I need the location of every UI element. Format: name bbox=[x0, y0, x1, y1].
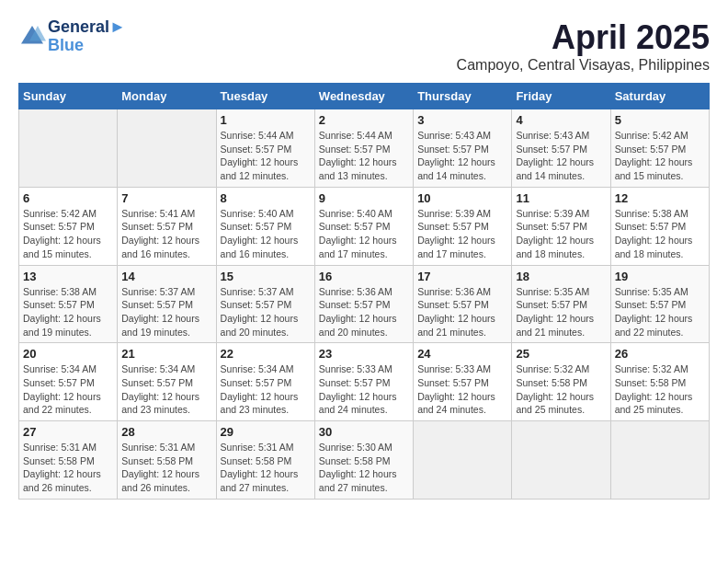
day-detail: Sunrise: 5:33 AM Sunset: 5:57 PM Dayligh… bbox=[417, 362, 507, 417]
calendar-cell: 29Sunrise: 5:31 AM Sunset: 5:58 PM Dayli… bbox=[216, 421, 314, 500]
calendar-cell: 28Sunrise: 5:31 AM Sunset: 5:58 PM Dayli… bbox=[118, 421, 216, 500]
day-detail: Sunrise: 5:33 AM Sunset: 5:57 PM Dayligh… bbox=[319, 362, 409, 417]
day-detail: Sunrise: 5:37 AM Sunset: 5:57 PM Dayligh… bbox=[221, 285, 311, 339]
day-detail: Sunrise: 5:37 AM Sunset: 5:57 PM Dayligh… bbox=[121, 285, 211, 339]
day-detail: Sunrise: 5:34 AM Sunset: 5:57 PM Dayligh… bbox=[221, 362, 311, 417]
day-number: 6 bbox=[23, 191, 113, 205]
day-number: 28 bbox=[121, 425, 211, 439]
calendar-cell: 25Sunrise: 5:32 AM Sunset: 5:58 PM Dayli… bbox=[512, 343, 610, 421]
calendar-cell: 11Sunrise: 5:39 AM Sunset: 5:57 PM Dayli… bbox=[512, 187, 610, 265]
calendar-cell: 27Sunrise: 5:31 AM Sunset: 5:58 PM Dayli… bbox=[19, 421, 118, 500]
day-number: 21 bbox=[121, 347, 211, 361]
calendar-cell: 7Sunrise: 5:41 AM Sunset: 5:57 PM Daylig… bbox=[118, 187, 216, 265]
day-number: 16 bbox=[319, 270, 409, 283]
day-detail: Sunrise: 5:32 AM Sunset: 5:58 PM Dayligh… bbox=[615, 362, 705, 417]
calendar-week-row: 1Sunrise: 5:44 AM Sunset: 5:57 PM Daylig… bbox=[19, 109, 710, 188]
day-detail: Sunrise: 5:43 AM Sunset: 5:57 PM Dayligh… bbox=[516, 129, 606, 183]
day-number: 25 bbox=[516, 347, 606, 361]
day-number: 15 bbox=[221, 270, 311, 283]
day-detail: Sunrise: 5:44 AM Sunset: 5:57 PM Dayligh… bbox=[221, 129, 311, 183]
weekday-header: Sunday bbox=[19, 84, 118, 109]
calendar-cell bbox=[118, 109, 216, 188]
weekday-header: Friday bbox=[512, 84, 610, 109]
logo-text: General► Blue bbox=[48, 18, 126, 55]
day-number: 14 bbox=[121, 270, 211, 283]
day-detail: Sunrise: 5:36 AM Sunset: 5:57 PM Dayligh… bbox=[417, 285, 507, 339]
day-detail: Sunrise: 5:31 AM Sunset: 5:58 PM Dayligh… bbox=[121, 441, 211, 495]
month-title: April 2025 bbox=[457, 18, 710, 57]
page-header: General► Blue April 2025 Campoyo, Centra… bbox=[18, 18, 710, 74]
calendar-cell: 12Sunrise: 5:38 AM Sunset: 5:57 PM Dayli… bbox=[610, 187, 709, 265]
day-detail: Sunrise: 5:42 AM Sunset: 5:57 PM Dayligh… bbox=[23, 207, 113, 261]
location-title: Campoyo, Central Visayas, Philippines bbox=[457, 57, 710, 74]
day-detail: Sunrise: 5:36 AM Sunset: 5:57 PM Dayligh… bbox=[319, 285, 409, 339]
day-detail: Sunrise: 5:42 AM Sunset: 5:57 PM Dayligh… bbox=[615, 129, 705, 183]
day-number: 17 bbox=[417, 270, 507, 283]
calendar-cell: 6Sunrise: 5:42 AM Sunset: 5:57 PM Daylig… bbox=[19, 187, 118, 265]
calendar-cell: 1Sunrise: 5:44 AM Sunset: 5:57 PM Daylig… bbox=[216, 109, 314, 188]
calendar-cell: 30Sunrise: 5:30 AM Sunset: 5:58 PM Dayli… bbox=[314, 421, 413, 500]
day-detail: Sunrise: 5:31 AM Sunset: 5:58 PM Dayligh… bbox=[23, 441, 113, 495]
day-number: 22 bbox=[221, 347, 311, 361]
calendar-cell: 24Sunrise: 5:33 AM Sunset: 5:57 PM Dayli… bbox=[414, 343, 512, 421]
calendar-week-row: 20Sunrise: 5:34 AM Sunset: 5:57 PM Dayli… bbox=[19, 343, 710, 421]
day-number: 8 bbox=[221, 191, 311, 205]
day-number: 11 bbox=[516, 191, 606, 205]
logo: General► Blue bbox=[18, 18, 126, 55]
day-number: 7 bbox=[121, 191, 211, 205]
calendar-cell bbox=[19, 109, 118, 188]
calendar-cell: 22Sunrise: 5:34 AM Sunset: 5:57 PM Dayli… bbox=[216, 343, 314, 421]
logo-icon bbox=[18, 23, 46, 51]
weekday-header: Monday bbox=[118, 84, 216, 109]
calendar-cell: 17Sunrise: 5:36 AM Sunset: 5:57 PM Dayli… bbox=[414, 265, 512, 343]
day-number: 12 bbox=[615, 191, 705, 205]
day-number: 2 bbox=[319, 113, 409, 127]
calendar-cell: 21Sunrise: 5:34 AM Sunset: 5:57 PM Dayli… bbox=[118, 343, 216, 421]
calendar-cell bbox=[512, 421, 610, 500]
day-detail: Sunrise: 5:40 AM Sunset: 5:57 PM Dayligh… bbox=[319, 207, 409, 261]
day-number: 26 bbox=[615, 347, 705, 361]
day-detail: Sunrise: 5:39 AM Sunset: 5:57 PM Dayligh… bbox=[417, 207, 507, 261]
calendar-cell: 23Sunrise: 5:33 AM Sunset: 5:57 PM Dayli… bbox=[314, 343, 413, 421]
day-detail: Sunrise: 5:44 AM Sunset: 5:57 PM Dayligh… bbox=[319, 129, 409, 183]
calendar-cell bbox=[414, 421, 512, 500]
day-number: 13 bbox=[23, 270, 113, 283]
day-number: 27 bbox=[23, 425, 113, 439]
weekday-header: Thursday bbox=[414, 84, 512, 109]
day-detail: Sunrise: 5:43 AM Sunset: 5:57 PM Dayligh… bbox=[417, 129, 507, 183]
day-detail: Sunrise: 5:32 AM Sunset: 5:58 PM Dayligh… bbox=[516, 362, 606, 417]
day-number: 5 bbox=[615, 113, 705, 127]
day-number: 23 bbox=[319, 347, 409, 361]
day-number: 19 bbox=[615, 270, 705, 283]
weekday-header-row: SundayMondayTuesdayWednesdayThursdayFrid… bbox=[19, 84, 710, 109]
calendar-cell: 9Sunrise: 5:40 AM Sunset: 5:57 PM Daylig… bbox=[314, 187, 413, 265]
calendar-cell: 10Sunrise: 5:39 AM Sunset: 5:57 PM Dayli… bbox=[414, 187, 512, 265]
day-number: 18 bbox=[516, 270, 606, 283]
day-detail: Sunrise: 5:39 AM Sunset: 5:57 PM Dayligh… bbox=[516, 207, 606, 261]
day-number: 10 bbox=[417, 191, 507, 205]
day-number: 24 bbox=[417, 347, 507, 361]
day-number: 4 bbox=[516, 113, 606, 127]
day-number: 3 bbox=[417, 113, 507, 127]
calendar-cell bbox=[610, 421, 709, 500]
calendar-cell: 20Sunrise: 5:34 AM Sunset: 5:57 PM Dayli… bbox=[19, 343, 118, 421]
day-detail: Sunrise: 5:40 AM Sunset: 5:57 PM Dayligh… bbox=[221, 207, 311, 261]
day-number: 29 bbox=[221, 425, 311, 439]
day-detail: Sunrise: 5:31 AM Sunset: 5:58 PM Dayligh… bbox=[221, 441, 311, 495]
calendar-cell: 13Sunrise: 5:38 AM Sunset: 5:57 PM Dayli… bbox=[19, 265, 118, 343]
weekday-header: Tuesday bbox=[216, 84, 314, 109]
calendar-cell: 15Sunrise: 5:37 AM Sunset: 5:57 PM Dayli… bbox=[216, 265, 314, 343]
calendar-cell: 3Sunrise: 5:43 AM Sunset: 5:57 PM Daylig… bbox=[414, 109, 512, 188]
day-detail: Sunrise: 5:35 AM Sunset: 5:57 PM Dayligh… bbox=[615, 285, 705, 339]
day-detail: Sunrise: 5:34 AM Sunset: 5:57 PM Dayligh… bbox=[23, 362, 113, 417]
calendar-week-row: 6Sunrise: 5:42 AM Sunset: 5:57 PM Daylig… bbox=[19, 187, 710, 265]
calendar-cell: 2Sunrise: 5:44 AM Sunset: 5:57 PM Daylig… bbox=[314, 109, 413, 188]
day-detail: Sunrise: 5:38 AM Sunset: 5:57 PM Dayligh… bbox=[615, 207, 705, 261]
calendar-week-row: 27Sunrise: 5:31 AM Sunset: 5:58 PM Dayli… bbox=[19, 421, 710, 500]
calendar-cell: 4Sunrise: 5:43 AM Sunset: 5:57 PM Daylig… bbox=[512, 109, 610, 188]
calendar-week-row: 13Sunrise: 5:38 AM Sunset: 5:57 PM Dayli… bbox=[19, 265, 710, 343]
day-detail: Sunrise: 5:41 AM Sunset: 5:57 PM Dayligh… bbox=[121, 207, 211, 261]
day-detail: Sunrise: 5:38 AM Sunset: 5:57 PM Dayligh… bbox=[23, 285, 113, 339]
day-detail: Sunrise: 5:30 AM Sunset: 5:58 PM Dayligh… bbox=[319, 441, 409, 495]
calendar-cell: 8Sunrise: 5:40 AM Sunset: 5:57 PM Daylig… bbox=[216, 187, 314, 265]
